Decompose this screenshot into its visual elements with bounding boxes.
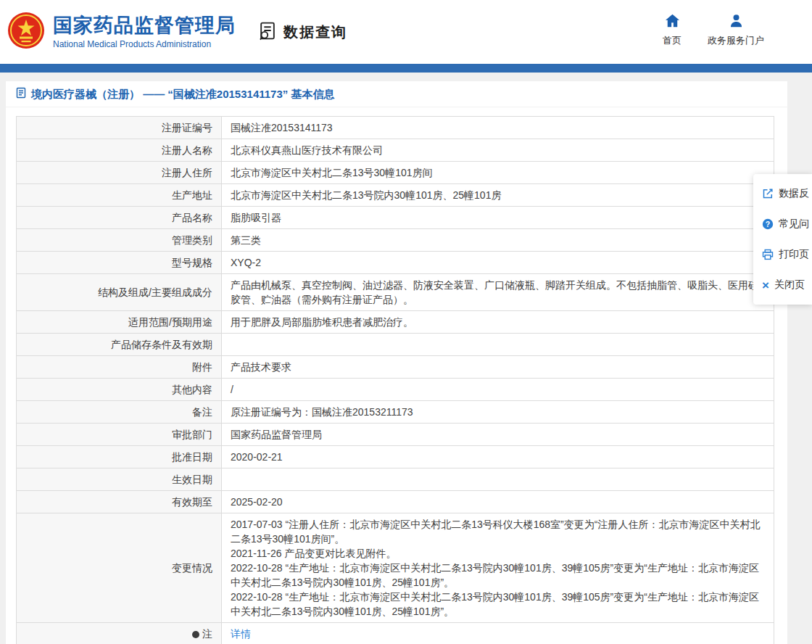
row-label: 生效日期 xyxy=(17,468,222,491)
row-label-text: 型号规格 xyxy=(172,257,212,268)
row-label-text: 注册人住所 xyxy=(162,167,212,178)
row-label-text: 生产地址 xyxy=(172,189,212,201)
side-item-label: 常见问 xyxy=(779,218,809,231)
row-label: 附件 xyxy=(17,356,222,379)
table-row: 注册证编号国械注准20153141173 xyxy=(17,117,774,139)
row-label: 注册人住所 xyxy=(17,162,222,184)
table-row: 管理类别第三类 xyxy=(17,229,774,252)
row-label: 其他内容 xyxy=(17,379,222,401)
table-row: 型号规格XYQ-2 xyxy=(17,252,774,274)
row-value: 2025-02-20 xyxy=(222,491,774,513)
content-panel: 境内医疗器械（注册） —— “国械注准20153141173” 基本信息 注册证… xyxy=(6,81,787,644)
table-row: 附件产品技术要求 xyxy=(17,356,774,379)
side-item-label: 打印页 xyxy=(779,248,809,261)
data-query-icon xyxy=(257,21,277,44)
row-label: 产品名称 xyxy=(17,207,222,229)
row-value: 北京市海淀区中关村北二条13号院内30幢101房、25幢101房 xyxy=(222,184,774,207)
row-value: 用于肥胖及局部脂肪堆积患者减肥治疗。 xyxy=(222,311,774,334)
row-label-text: 产品名称 xyxy=(172,212,212,223)
row-label-text: 注册人名称 xyxy=(162,144,212,156)
table-row: 注详情 xyxy=(17,623,774,644)
row-label-text: 注 xyxy=(202,628,212,640)
user-icon xyxy=(729,14,743,30)
national-emblem-icon xyxy=(7,12,45,52)
table-row: 生产地址北京市海淀区中关村北二条13号院内30幢101房、25幢101房 xyxy=(17,184,774,207)
info-table-body: 注册证编号国械注准20153141173注册人名称北京科仪真燕山医疗技术有限公司… xyxy=(17,117,774,644)
table-row: 产品名称脂肪吸引器 xyxy=(17,207,774,229)
side-toolbar: 数据反 ? 常见问 打印页 × 关闭页 xyxy=(753,174,812,305)
row-value: 脂肪吸引器 xyxy=(222,207,774,229)
row-label: 管理类别 xyxy=(17,229,222,252)
table-row: 审批部门国家药品监督管理局 xyxy=(17,424,774,446)
row-label: 结构及组成/主要组成成分 xyxy=(17,274,222,311)
row-value: 产品技术要求 xyxy=(222,356,774,379)
row-value: 2017-07-03 “注册人住所：北京市海淀区中关村北二条13号科仪大楼168… xyxy=(222,513,774,623)
breadcrumb: 境内医疗器械（注册） —— “国械注准20153141173” 基本信息 xyxy=(6,81,787,107)
row-label: 备注 xyxy=(17,401,222,424)
row-value: / xyxy=(222,379,774,401)
home-icon xyxy=(665,14,680,30)
row-label: 适用范围/预期用途 xyxy=(17,311,222,334)
logo-block[interactable]: 国家药品监督管理局 National Medical Products Admi… xyxy=(7,12,236,52)
row-label-text: 产品储存条件及有效期 xyxy=(111,339,212,350)
row-label: 型号规格 xyxy=(17,252,222,274)
nav-item-home[interactable]: 首页 xyxy=(663,14,682,47)
row-label-text: 生效日期 xyxy=(172,474,212,485)
table-row: 生效日期 xyxy=(17,468,774,491)
table-row: 注册人住所北京市海淀区中关村北二条13号30幢101房间 xyxy=(17,162,774,184)
data-query-section[interactable]: 数据查询 xyxy=(257,21,347,44)
row-label: 有效期至 xyxy=(17,491,222,513)
row-label-text: 附件 xyxy=(192,361,212,373)
document-icon xyxy=(16,87,26,102)
row-label: 批准日期 xyxy=(17,446,222,468)
table-row: 其他内容/ xyxy=(17,379,774,401)
row-value: 2020-02-21 xyxy=(222,446,774,468)
row-value: XYQ-2 xyxy=(222,252,774,274)
row-label-text: 备注 xyxy=(192,406,212,418)
row-value: 原注册证编号为：国械注准20153211173 xyxy=(222,401,774,424)
header: 国家药品监督管理局 National Medical Products Admi… xyxy=(0,0,812,64)
row-label: 注 xyxy=(17,623,222,644)
row-value: 第三类 xyxy=(222,229,774,252)
row-label-text: 结构及组成/主要组成成分 xyxy=(98,286,212,298)
table-row: 适用范围/预期用途用于肥胖及局部脂肪堆积患者减肥治疗。 xyxy=(17,311,774,334)
page-title: 境内医疗器械（注册） —— “国械注准20153141173” 基本信息 xyxy=(31,88,334,102)
header-divider-bar xyxy=(0,64,812,73)
data-feedback-button[interactable]: 数据反 xyxy=(753,178,812,209)
data-query-label: 数据查询 xyxy=(283,22,347,42)
detail-link[interactable]: 详情 xyxy=(231,628,251,640)
question-icon: ? xyxy=(762,218,774,230)
row-value: 详情 xyxy=(222,623,774,644)
svg-text:?: ? xyxy=(766,220,770,228)
org-title-en: National Medical Products Administration xyxy=(53,39,236,49)
table-row: 批准日期2020-02-21 xyxy=(17,446,774,468)
row-label-text: 管理类别 xyxy=(172,234,212,246)
row-label-text: 注册证编号 xyxy=(162,122,212,133)
row-value: 国械注准20153141173 xyxy=(222,117,774,139)
feedback-icon xyxy=(762,188,774,199)
table-row: 注册人名称北京科仪真燕山医疗技术有限公司 xyxy=(17,139,774,162)
faq-button[interactable]: ? 常见问 xyxy=(753,209,812,239)
close-page-button[interactable]: × 关闭页 xyxy=(753,270,812,300)
print-page-button[interactable]: 打印页 xyxy=(753,239,812,270)
side-item-label: 数据反 xyxy=(779,187,809,200)
row-value xyxy=(222,468,774,491)
row-value: 产品由机械泵、真空控制阀、油过滤器、防液安全装置、广口储液瓶、脚踏开关组成。不包… xyxy=(222,274,774,311)
row-value: 北京科仪真燕山医疗技术有限公司 xyxy=(222,139,774,162)
table-row: 有效期至2025-02-20 xyxy=(17,491,774,513)
device-info-table: 注册证编号国械注准20153141173注册人名称北京科仪真燕山医疗技术有限公司… xyxy=(16,116,774,644)
row-label-text: 适用范围/预期用途 xyxy=(128,316,212,328)
info-table-container: 注册证编号国械注准20153141173注册人名称北京科仪真燕山医疗技术有限公司… xyxy=(6,107,787,644)
side-item-label: 关闭页 xyxy=(774,278,805,292)
row-label-text: 其他内容 xyxy=(172,384,212,395)
nav-home-label: 首页 xyxy=(663,34,682,47)
nav-portal-label: 政务服务门户 xyxy=(708,34,764,47)
nav-item-portal[interactable]: 政务服务门户 xyxy=(708,14,764,47)
table-row: 变更情况2017-07-03 “注册人住所：北京市海淀区中关村北二条13号科仪大… xyxy=(17,513,774,623)
row-value: 北京市海淀区中关村北二条13号30幢101房间 xyxy=(222,162,774,184)
row-label: 变更情况 xyxy=(17,513,222,623)
row-value xyxy=(222,334,774,356)
row-label: 审批部门 xyxy=(17,424,222,446)
org-title-cn: 国家药品监督管理局 xyxy=(53,15,236,36)
row-label-text: 批准日期 xyxy=(172,451,212,463)
